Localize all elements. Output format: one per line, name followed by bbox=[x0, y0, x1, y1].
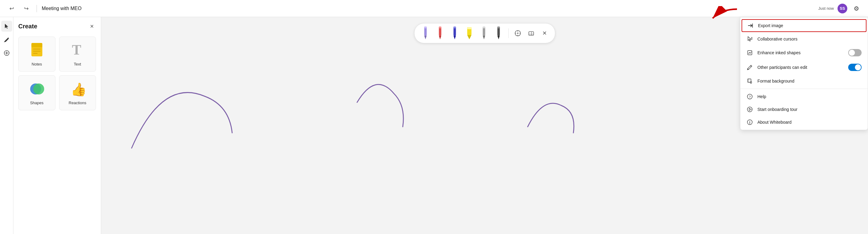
select-icon bbox=[4, 24, 9, 29]
play-icon bbox=[746, 107, 753, 112]
gray-pen-button[interactable] bbox=[478, 26, 490, 40]
red-pen-icon bbox=[437, 26, 443, 40]
svg-rect-24 bbox=[467, 27, 471, 29]
collaborative-cursors-label: Collaborative cursors bbox=[757, 36, 862, 41]
settings-dropdown: Export image Collaborative cursors Enhan… bbox=[740, 17, 868, 130]
pen-icon bbox=[4, 37, 9, 42]
participants-edit-toggle[interactable] bbox=[848, 64, 862, 71]
svg-marker-0 bbox=[5, 24, 8, 29]
notes-item[interactable]: Notes bbox=[18, 36, 56, 71]
ruler-button[interactable] bbox=[512, 28, 523, 39]
format-background-label: Format background bbox=[757, 79, 862, 84]
yellow-highlighter-button[interactable] bbox=[463, 26, 475, 40]
purple-pen-button[interactable] bbox=[419, 26, 431, 40]
title-bar-right: Just now SS ⚙ bbox=[818, 3, 862, 14]
export-arrow-icon bbox=[748, 23, 753, 28]
undo-button[interactable]: ↩ bbox=[6, 3, 17, 14]
paint-bucket-icon bbox=[747, 78, 752, 84]
reactions-item[interactable]: 👍 Reactions bbox=[59, 75, 96, 110]
svg-marker-42 bbox=[748, 36, 751, 41]
ruler-icon bbox=[514, 30, 521, 36]
export-image-label: Export image bbox=[758, 23, 861, 28]
svg-rect-18 bbox=[439, 27, 441, 28]
title-bar-left: ↩ ↪ Meeting with MEO bbox=[6, 3, 82, 14]
side-panel: Create ✕ Notes T Text bbox=[13, 17, 101, 234]
svg-rect-15 bbox=[424, 27, 427, 28]
close-toolbar-button[interactable]: ✕ bbox=[539, 28, 550, 39]
dark-pen-icon bbox=[496, 26, 501, 40]
notes-icon bbox=[29, 42, 45, 59]
svg-rect-30 bbox=[497, 27, 500, 28]
dark-blue-pen-icon bbox=[452, 26, 457, 40]
text-icon: T bbox=[69, 42, 85, 59]
settings-button[interactable]: ⚙ bbox=[851, 3, 862, 14]
collaborative-cursors-icon bbox=[746, 36, 753, 42]
left-toolbar bbox=[0, 17, 13, 234]
save-status: Just now bbox=[818, 6, 834, 11]
format-background-icon bbox=[746, 78, 753, 84]
page-title: Meeting with MEO bbox=[42, 6, 82, 11]
gray-pen-icon bbox=[481, 26, 487, 40]
eraser-button[interactable] bbox=[526, 28, 536, 39]
onboarding-tour-menu-item[interactable]: Start onboarding tour bbox=[740, 103, 868, 116]
help-icon: ? bbox=[746, 94, 753, 99]
svg-point-55 bbox=[749, 121, 750, 122]
export-image-menu-item[interactable]: Export image bbox=[742, 19, 866, 32]
panel-grid: Notes T Text Shapes � bbox=[18, 36, 96, 110]
purple-pen-icon bbox=[423, 26, 428, 40]
svg-text:?: ? bbox=[749, 95, 751, 99]
export-icon bbox=[747, 23, 754, 28]
notes-label: Notes bbox=[32, 62, 42, 66]
reactions-label: Reactions bbox=[68, 100, 86, 105]
title-bar: ↩ ↪ Meeting with MEO Just now SS ⚙ bbox=[0, 0, 868, 17]
participants-edit-label: Other participants can edit bbox=[757, 65, 844, 70]
avatar: SS bbox=[838, 4, 847, 13]
reactions-icon: 👍 bbox=[69, 81, 85, 98]
dark-pen-button[interactable] bbox=[492, 26, 504, 40]
format-background-menu-item[interactable]: Format background bbox=[740, 75, 868, 87]
enhance-icon bbox=[747, 50, 752, 55]
panel-title: Create bbox=[18, 23, 37, 30]
participants-edit-menu-item[interactable]: Other participants can edit bbox=[740, 60, 868, 75]
about-whiteboard-menu-item[interactable]: About Whiteboard bbox=[740, 116, 868, 128]
add-icon bbox=[4, 50, 9, 56]
svg-marker-29 bbox=[497, 36, 500, 39]
onboarding-tour-label: Start onboarding tour bbox=[757, 107, 862, 112]
select-tool-button[interactable] bbox=[1, 21, 12, 32]
enhance-inked-shapes-toggle[interactable] bbox=[848, 49, 862, 56]
svg-marker-20 bbox=[453, 36, 456, 39]
redo-button[interactable]: ↪ bbox=[21, 3, 32, 14]
pen-toolbar: ✕ bbox=[414, 23, 555, 43]
edit-permissions-icon bbox=[746, 65, 753, 70]
pen-tool-button[interactable] bbox=[1, 34, 12, 45]
red-pen-button[interactable] bbox=[434, 26, 446, 40]
toggle-knob-on bbox=[855, 64, 861, 70]
panel-close-button[interactable]: ✕ bbox=[87, 22, 96, 30]
enhance-shapes-icon bbox=[746, 50, 753, 55]
svg-marker-17 bbox=[439, 36, 441, 39]
panel-header: Create ✕ bbox=[18, 22, 96, 30]
help-menu-item[interactable]: ? Help bbox=[740, 90, 868, 103]
svg-rect-5 bbox=[31, 43, 42, 47]
about-whiteboard-label: About Whiteboard bbox=[757, 120, 862, 125]
shapes-item[interactable]: Shapes bbox=[18, 75, 56, 110]
svg-marker-14 bbox=[424, 36, 427, 39]
text-item[interactable]: T Text bbox=[59, 36, 96, 71]
add-content-button[interactable] bbox=[1, 48, 12, 59]
toggle-knob bbox=[849, 50, 855, 56]
svg-point-11 bbox=[33, 84, 44, 94]
enhance-inked-shapes-label: Enhance inked shapes bbox=[757, 50, 844, 55]
enhance-inked-shapes-menu-item[interactable]: Enhance inked shapes bbox=[740, 46, 868, 60]
play-triangle-icon bbox=[747, 107, 752, 112]
yellow-highlighter-icon bbox=[466, 26, 472, 40]
dark-blue-pen-button[interactable] bbox=[448, 26, 461, 40]
cursor-icon bbox=[747, 36, 752, 42]
help-label: Help bbox=[757, 94, 862, 99]
menu-divider-1 bbox=[740, 89, 868, 89]
pen-toolbar-divider bbox=[508, 28, 508, 38]
text-label: Text bbox=[74, 62, 81, 66]
svg-marker-23 bbox=[467, 35, 471, 39]
eraser-icon bbox=[528, 30, 534, 36]
svg-rect-27 bbox=[483, 27, 485, 28]
collaborative-cursors-menu-item[interactable]: Collaborative cursors bbox=[740, 33, 868, 46]
